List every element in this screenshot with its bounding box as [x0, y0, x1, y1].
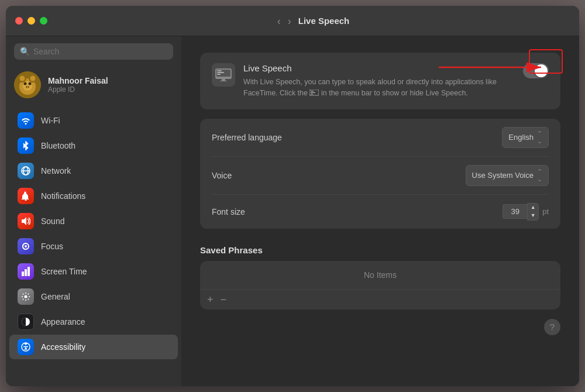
- svg-point-4: [20, 76, 25, 81]
- sidebar-item-label: General: [41, 292, 70, 301]
- font-size-decrement[interactable]: ▼: [528, 212, 538, 220]
- svg-rect-31: [222, 79, 225, 81]
- search-box[interactable]: 🔍: [14, 43, 173, 60]
- sidebar-item-label: Wi-Fi: [41, 116, 60, 125]
- sidebar-item-general[interactable]: General: [9, 284, 178, 309]
- titlebar-center: ‹ › Live Speech: [57, 16, 570, 26]
- svg-rect-29: [217, 72, 224, 73]
- svg-point-10: [26, 87, 27, 88]
- remove-phrase-button[interactable]: −: [221, 294, 227, 305]
- sidebar-item-wifi[interactable]: Wi-Fi: [9, 108, 178, 133]
- sidebar-item-label: Appearance: [41, 317, 85, 326]
- live-speech-card: Live Speech With Live Speech, you can ty…: [200, 53, 560, 109]
- svg-point-8: [29, 82, 32, 85]
- live-speech-icon: [212, 63, 235, 87]
- font-size-label: Font size: [212, 207, 245, 216]
- live-speech-toggle[interactable]: [523, 63, 549, 78]
- sidebar-item-label: Focus: [41, 242, 63, 251]
- focus-icon: [18, 238, 34, 255]
- sidebar-item-label: Notifications: [41, 191, 85, 201]
- sidebar-item-focus[interactable]: Focus: [9, 234, 178, 259]
- sidebar-item-network[interactable]: Network: [9, 159, 178, 183]
- titlebar: ‹ › Live Speech: [6, 6, 579, 36]
- add-phrase-button[interactable]: +: [207, 294, 214, 305]
- back-button[interactable]: ‹: [277, 16, 281, 26]
- page-title: Live Speech: [298, 16, 350, 26]
- voice-label: Voice: [212, 171, 232, 180]
- help-button[interactable]: ?: [544, 319, 560, 335]
- chevron-updown-icon: ⌃⌄: [537, 130, 542, 145]
- user-name: Mahnoor Faisal: [48, 76, 108, 85]
- search-icon: 🔍: [20, 47, 30, 56]
- font-size-input[interactable]: [503, 204, 527, 219]
- sidebar-item-notifications[interactable]: Notifications: [9, 184, 178, 208]
- preferred-language-select[interactable]: English ⌃⌄: [502, 127, 549, 148]
- general-icon: [18, 288, 34, 305]
- preferred-language-label: Preferred language: [212, 133, 282, 142]
- sidebar-item-appearance[interactable]: Appearance: [9, 310, 178, 334]
- sound-icon: [18, 213, 34, 229]
- user-profile[interactable]: Mahnoor Faisal Apple ID: [6, 67, 181, 105]
- maximize-button[interactable]: [40, 17, 47, 25]
- minimize-button[interactable]: [27, 17, 35, 25]
- live-speech-description: With Live Speech, you can type to speak …: [243, 77, 515, 99]
- accessibility-icon: [18, 339, 34, 355]
- traffic-lights: [15, 17, 47, 25]
- font-size-unit: pt: [542, 207, 549, 216]
- screentime-icon: [18, 263, 34, 280]
- sidebar-item-screentime[interactable]: Screen Time: [9, 259, 178, 284]
- phrases-toolbar: + −: [200, 290, 560, 310]
- sidebar-item-label: Accessibility: [41, 342, 85, 352]
- forward-button[interactable]: ›: [288, 16, 291, 26]
- svg-rect-17: [22, 271, 24, 276]
- svg-rect-19: [27, 267, 30, 276]
- sidebar-item-bluetooth[interactable]: Bluetooth: [9, 133, 178, 158]
- live-speech-toggle-container: [523, 63, 549, 78]
- svg-point-11: [28, 87, 29, 88]
- svg-point-20: [25, 295, 27, 298]
- wifi-icon: [18, 112, 34, 129]
- sidebar-item-label: Sound: [41, 216, 64, 226]
- sidebar-item-sound[interactable]: Sound: [9, 209, 178, 233]
- avatar: [14, 71, 41, 98]
- sidebar: 🔍: [6, 36, 181, 386]
- svg-point-15: [25, 200, 27, 201]
- voice-row: Voice Use System Voice ⌃⌄: [212, 157, 549, 195]
- notifications-icon: [18, 188, 34, 204]
- svg-rect-28: [217, 70, 222, 71]
- bluetooth-icon: [18, 137, 34, 154]
- live-speech-title: Live Speech: [243, 63, 515, 73]
- svg-point-9: [26, 86, 30, 89]
- live-speech-text: Live Speech With Live Speech, you can ty…: [243, 63, 515, 99]
- appearance-icon: [18, 314, 34, 330]
- svg-rect-35: [311, 92, 315, 94]
- svg-rect-36: [311, 94, 313, 95]
- sidebar-section: Wi-Fi Bluetooth: [6, 105, 181, 362]
- content-area: Live Speech With Live Speech, you can ty…: [181, 36, 579, 386]
- search-input[interactable]: [33, 47, 167, 56]
- voice-value: Use System Voice: [472, 171, 534, 180]
- no-items-label: No Items: [200, 261, 560, 290]
- close-button[interactable]: [15, 17, 23, 25]
- svg-rect-18: [25, 269, 27, 276]
- user-info: Mahnoor Faisal Apple ID: [48, 76, 108, 94]
- font-size-control: ▲ ▼ pt: [503, 203, 549, 221]
- font-size-stepper: ▲ ▼: [527, 203, 539, 221]
- network-icon: [18, 163, 34, 179]
- sidebar-item-label: Screen Time: [41, 267, 87, 276]
- help-section: ?: [200, 319, 560, 335]
- sidebar-item-label: Bluetooth: [41, 141, 75, 150]
- sidebar-item-label: Network: [41, 166, 71, 176]
- font-size-input-wrapper: ▲ ▼: [503, 203, 539, 221]
- voice-select[interactable]: Use System Voice ⌃⌄: [466, 165, 549, 186]
- sidebar-item-accessibility[interactable]: Accessibility: [9, 335, 178, 359]
- toggle-knob: [535, 64, 548, 77]
- svg-rect-32: [220, 81, 227, 81]
- live-speech-header: Live Speech With Live Speech, you can ty…: [212, 63, 549, 99]
- main-content: 🔍: [6, 36, 579, 386]
- svg-marker-16: [22, 217, 26, 225]
- chevron-updown-icon: ⌃⌄: [537, 168, 542, 183]
- saved-phrases-title: Saved Phrases: [200, 240, 560, 255]
- font-size-increment[interactable]: ▲: [528, 204, 538, 212]
- svg-rect-30: [217, 74, 221, 75]
